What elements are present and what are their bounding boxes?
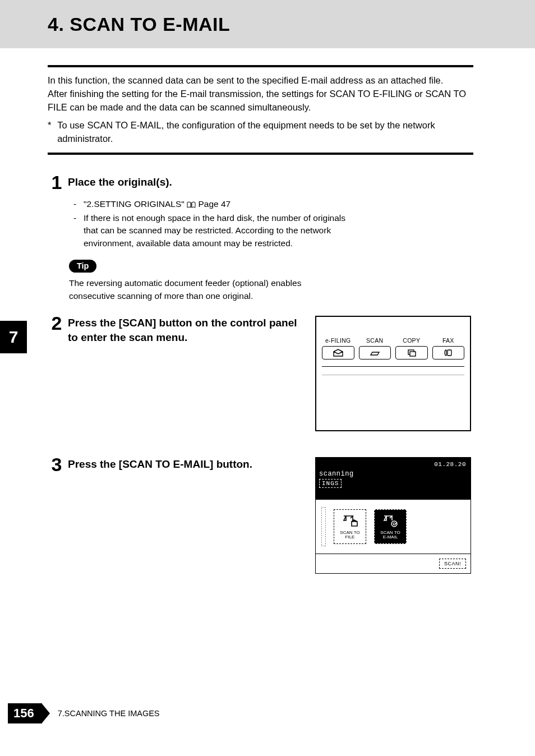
step-3-number: 3 (48, 455, 66, 474)
tip-badge: Tip (69, 260, 96, 273)
panel-btn-fax (432, 346, 465, 359)
footer-chapter: 7.SCANNING THE IMAGES (58, 709, 160, 718)
screen-scanning-text: scanning (319, 470, 467, 478)
step-2-heading: Press the [SCAN] button on the control p… (68, 316, 303, 344)
scan-confirm-button: SCAN! (439, 559, 466, 569)
note-text: To use SCAN TO E-MAIL, the configuration… (57, 119, 473, 146)
copy-icon (407, 349, 417, 357)
book-icon (187, 199, 196, 211)
screen-date: 01.28.20 (434, 461, 466, 468)
touchscreen-illustration: 01.28.20 scanning INGS SCAN TOFILE (315, 457, 471, 574)
mail-open-icon (333, 349, 344, 357)
panel-label-scan: SCAN (359, 337, 391, 344)
footer-wedge-icon (42, 704, 50, 723)
panel-label-fax: FAX (432, 337, 465, 344)
panel-label-efiling: e-FILING (322, 337, 354, 344)
svg-rect-3 (321, 507, 326, 546)
svg-point-5 (393, 523, 395, 525)
scan-to-email-button: SCAN TOE-MAIL (374, 509, 407, 544)
scan-to-file-icon (342, 514, 358, 528)
panel-btn-efiling (322, 346, 354, 359)
section-title: 4. SCAN TO E-MAIL (48, 13, 535, 35)
rule-top (48, 65, 473, 67)
page-footer: 156 7.SCANNING THE IMAGES (8, 703, 160, 723)
step-1-ref-text-a: "2.SETTING ORIGINALS" (84, 199, 187, 209)
page-number: 156 (8, 703, 42, 723)
screen-ings-tab: INGS (319, 479, 342, 488)
note-asterisk: * (48, 119, 57, 146)
step-1: 1 Place the original(s). - "2.SETTING OR… (48, 175, 473, 302)
panel-btn-copy (395, 346, 428, 359)
intro-block: In this function, the scanned data can b… (48, 74, 473, 114)
chapter-side-tab: 7 (0, 321, 27, 353)
panel-label-copy: COPY (395, 337, 428, 344)
admin-note: * To use SCAN TO E-MAIL, the configurati… (48, 119, 473, 146)
step-3-heading: Press the [SCAN TO E-MAIL] button. (68, 457, 303, 472)
step-2: 2 Press the [SCAN] button on the control… (48, 316, 473, 431)
intro-p2: After finishing the setting for the E-ma… (48, 87, 473, 114)
step-3: 3 Press the [SCAN TO E-MAIL] button. 01.… (48, 457, 473, 574)
panel-btn-scan (359, 346, 391, 359)
section-title-bar: 4. SCAN TO E-MAIL (0, 0, 535, 48)
step-1-li2: - If there is not enough space in the ha… (73, 212, 473, 250)
scroll-indicator-icon (321, 507, 326, 546)
intro-p1: In this function, the scanned data can b… (48, 74, 473, 87)
rule-bottom (48, 153, 473, 155)
scan-to-file-button: SCAN TOFILE (334, 509, 366, 544)
control-panel-illustration: e-FILING SCAN COPY (315, 316, 471, 431)
step-1-heading: Place the original(s). (68, 175, 473, 190)
svg-rect-2 (410, 352, 416, 356)
fax-icon (443, 349, 453, 357)
step-1-ref: - "2.SETTING ORIGINALS" Page 47 (73, 198, 473, 211)
scanner-icon (369, 349, 380, 357)
step-2-number: 2 (48, 314, 66, 344)
scan-to-email-icon (382, 514, 399, 528)
tip-text: The reversing automatic document feeder … (69, 277, 316, 302)
step-1-number: 1 (48, 173, 66, 192)
step-1-ref-text-b: Page 47 (198, 199, 230, 209)
